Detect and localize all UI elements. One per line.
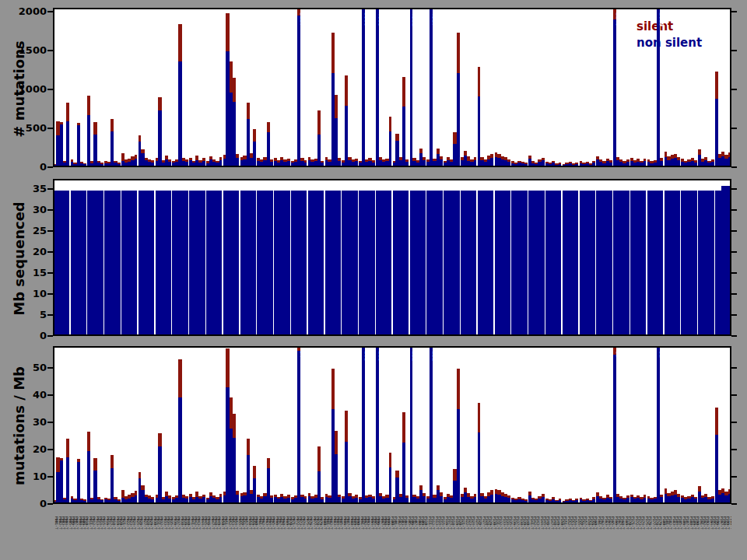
bar-silent xyxy=(107,499,110,500)
group-separator xyxy=(391,189,392,336)
bar-silent xyxy=(131,493,134,497)
sample-id-label: P170-T xyxy=(628,516,632,530)
sample-id-label: P118-T xyxy=(451,516,455,530)
sample-id-label: P100-T xyxy=(391,516,395,530)
sample-id-label: P161-T xyxy=(598,516,601,530)
sample-id-label: P182-T xyxy=(668,516,672,530)
y-tick-mark xyxy=(47,272,53,274)
group-separator xyxy=(290,189,291,336)
group-separator xyxy=(409,8,409,167)
bar-non-silent xyxy=(178,397,181,504)
bar-non-silent xyxy=(402,191,405,336)
sample-id-label: P011-T xyxy=(89,516,93,530)
bar-non-silent xyxy=(501,191,504,336)
bar-silent xyxy=(606,159,609,162)
bar-silent xyxy=(619,496,622,499)
bar-non-silent xyxy=(230,191,233,336)
bar-silent xyxy=(467,156,470,161)
bar-silent xyxy=(382,496,385,499)
y-tick-mark xyxy=(731,188,737,190)
bar-silent xyxy=(549,499,552,501)
bar-silent xyxy=(233,78,236,102)
sample-id-label: P147-T xyxy=(550,516,554,530)
sample-id-label: P007-T xyxy=(75,516,79,530)
bar-non-silent xyxy=(484,191,487,336)
bar-non-silent xyxy=(230,93,233,167)
sample-id-label: P106-T xyxy=(411,516,415,530)
group-separator xyxy=(188,189,189,336)
bar-silent xyxy=(314,495,317,498)
sample-id-label: P040-T xyxy=(187,516,191,530)
bar-silent xyxy=(335,431,338,454)
bar-non-silent xyxy=(395,191,398,336)
group-separator xyxy=(341,189,342,336)
bar-silent xyxy=(314,159,317,162)
bar-silent xyxy=(198,160,202,163)
sample-id-label: P075-T xyxy=(306,516,310,530)
y-tick-label: 0 xyxy=(12,162,47,173)
y-tick-label: 0 xyxy=(12,331,47,341)
bar-silent xyxy=(701,159,704,161)
y-tick-mark xyxy=(731,50,737,51)
bar-silent xyxy=(504,494,507,497)
bar-silent xyxy=(484,159,487,162)
bar-silent xyxy=(158,97,161,111)
sample-id-label: P134-T xyxy=(506,516,510,530)
y-tick-label: 35 xyxy=(12,184,47,194)
sample-id-label: P176-T xyxy=(648,516,652,530)
bar-silent xyxy=(640,497,643,499)
sample-id-label: P006-T xyxy=(72,516,75,530)
sample-id-label: P104-T xyxy=(404,516,408,530)
bar-silent xyxy=(345,75,348,107)
y-tick-label: 30 xyxy=(12,205,47,215)
bar-silent xyxy=(701,495,704,498)
sample-id-label: P145-T xyxy=(543,516,547,530)
bar-silent xyxy=(399,157,402,160)
bar-non-silent xyxy=(671,191,674,336)
group-separator xyxy=(697,485,698,504)
bar-silent xyxy=(707,161,710,163)
group-separator xyxy=(69,437,70,504)
panel-mutations: silent non silent 3257355940834581458722… xyxy=(0,0,747,179)
mutation-rate-figure: silent non silent 3257355940834581458722… xyxy=(0,0,747,560)
sample-id-label: P190-T xyxy=(696,516,700,530)
sample-id-label: P047-T xyxy=(211,516,215,530)
sample-id-label: P142-T xyxy=(533,516,537,530)
bar-silent xyxy=(90,161,93,163)
bar-silent xyxy=(243,156,246,159)
sample-id-label: P028-T xyxy=(146,516,150,530)
sample-id-label: P103-T xyxy=(401,516,405,530)
sample-id-label: P080-T xyxy=(323,516,327,530)
bar-silent xyxy=(724,155,728,159)
y-tick-mark xyxy=(47,209,53,211)
bar-silent xyxy=(226,348,229,387)
group-separator xyxy=(239,489,240,504)
bar-non-silent xyxy=(667,191,670,336)
bar-silent xyxy=(654,497,657,499)
group-separator xyxy=(646,157,647,168)
bar-silent xyxy=(80,499,83,500)
bar-silent xyxy=(487,156,490,159)
bar-non-silent xyxy=(331,191,335,336)
bar-non-silent xyxy=(300,191,303,336)
clipped-bar-value-label: 132 xyxy=(411,351,417,362)
bar-non-silent xyxy=(247,455,250,504)
bar-silent xyxy=(416,160,419,163)
sample-id-label: P059-T xyxy=(251,516,255,530)
sample-id-label: P033-T xyxy=(163,516,167,530)
sample-id-label: P119-T xyxy=(455,516,459,530)
bar-non-silent xyxy=(399,191,402,336)
mutations-per-mb-bar-chart: 941031181321326582 xyxy=(53,346,731,504)
sample-id-label: P076-T xyxy=(309,516,313,530)
group-separator xyxy=(205,493,206,504)
sample-id-label: P155-T xyxy=(577,516,581,530)
bar-silent xyxy=(198,496,202,499)
bar-silent xyxy=(128,159,131,163)
bar-silent xyxy=(589,163,592,165)
bar-silent xyxy=(582,163,585,164)
sample-id-label: P022-T xyxy=(126,516,130,530)
clipped-bar-value-label: 3559 xyxy=(363,12,370,27)
group-separator xyxy=(578,189,579,336)
y-tick-label: 25 xyxy=(12,226,47,236)
sample-id-label: P180-T xyxy=(662,516,666,530)
